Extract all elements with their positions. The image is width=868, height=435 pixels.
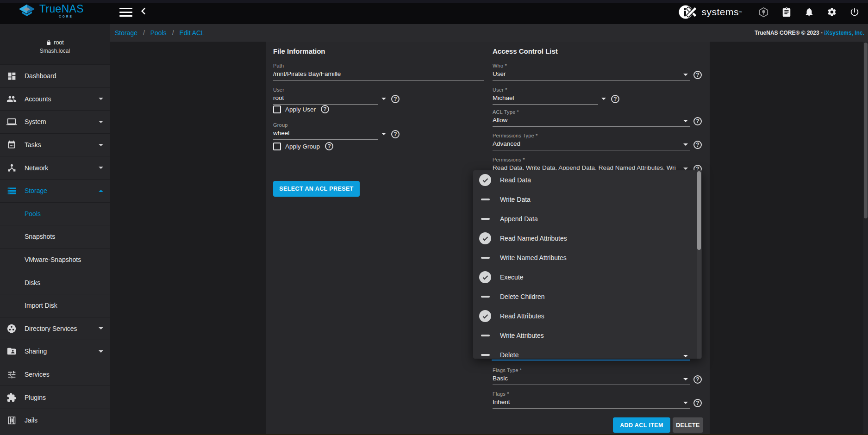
sidebar-item-label: Directory Services bbox=[25, 325, 77, 332]
permissions-option-read-data[interactable]: Read Data bbox=[473, 170, 702, 190]
clipboard-icon bbox=[781, 7, 792, 17]
sidebar-item-icon bbox=[6, 185, 17, 196]
sidebar-item-icon bbox=[6, 415, 17, 426]
permissions-option-read-attributes[interactable]: Read Attributes bbox=[473, 306, 702, 326]
breadcrumb-separator: / bbox=[172, 29, 174, 37]
sidebar-item-label: Import Disk bbox=[25, 302, 57, 309]
dropdown-scrollbar-thumb[interactable] bbox=[697, 171, 701, 250]
sidebar-item-dashboard[interactable]: Dashboard bbox=[0, 65, 110, 88]
apply-user-checkbox[interactable] bbox=[273, 106, 281, 113]
truenas-logo[interactable]: TrueNAS CORE bbox=[18, 4, 84, 19]
flags-select-field[interactable]: Flags * Inherit bbox=[493, 391, 690, 409]
truecommand-button[interactable] bbox=[758, 7, 769, 18]
ixsystems-link[interactable]: iXsystems, Inc. bbox=[824, 30, 864, 36]
permissions-option-label: Write Data bbox=[500, 196, 531, 203]
sidebar-item-directory-services[interactable]: Directory Services bbox=[0, 317, 110, 341]
permissions-option-write-attributes[interactable]: Write Attributes bbox=[473, 326, 702, 345]
user-select-field[interactable]: User root bbox=[273, 87, 378, 105]
truenas-app: TrueNAS CORE bbox=[0, 0, 868, 435]
breadcrumb-edit-acl[interactable]: Edit ACL bbox=[179, 29, 204, 37]
settings-button[interactable] bbox=[827, 7, 837, 17]
sidebar-item-services[interactable]: Services bbox=[0, 363, 110, 386]
sidebar-item-vmware-snapshots[interactable]: VMware-Snapshots bbox=[0, 249, 110, 272]
help-icon[interactable] bbox=[391, 130, 400, 138]
collapse-nav-button[interactable] bbox=[139, 6, 148, 17]
who-select-field[interactable]: Who * User bbox=[493, 63, 690, 81]
permissions-option-execute[interactable]: Execute bbox=[473, 267, 702, 287]
unchecked-dash-icon bbox=[481, 257, 490, 259]
sidebar-item-label: Plugins bbox=[25, 394, 46, 401]
help-icon[interactable] bbox=[321, 105, 329, 113]
ixsystems-logo-icon bbox=[678, 3, 700, 21]
breadcrumb: Storage / Pools / Edit ACL bbox=[115, 29, 205, 37]
sidebar-item-label: Snapshots bbox=[25, 233, 55, 240]
permissions-option-label: Append Data bbox=[500, 215, 538, 223]
menu-toggle-button[interactable] bbox=[119, 8, 132, 17]
path-field[interactable]: Path /mnt/Pirates Bay/Famille bbox=[273, 63, 484, 81]
permissions-option-label: Read Attributes bbox=[500, 312, 544, 320]
sidebar-item-disks[interactable]: Disks bbox=[0, 271, 110, 294]
breadcrumb-pools[interactable]: Pools bbox=[150, 29, 167, 37]
help-icon[interactable] bbox=[693, 141, 702, 149]
apply-group-checkbox[interactable] bbox=[273, 143, 281, 150]
dropdown-caret-icon bbox=[683, 74, 688, 76]
sidebar-item-import-disk[interactable]: Import Disk bbox=[0, 294, 110, 317]
select-acl-preset-button[interactable]: SELECT AN ACL PRESET bbox=[273, 181, 360, 197]
delete-button[interactable]: DELETE bbox=[673, 417, 703, 433]
acl-type-value: Allow bbox=[493, 115, 690, 126]
permissions-option-append-data[interactable]: Append Data bbox=[473, 209, 702, 229]
sidebar-item-pools[interactable]: Pools bbox=[0, 203, 110, 226]
sidebar-item-network[interactable]: Network bbox=[0, 156, 110, 180]
dropdown-caret-icon bbox=[381, 133, 386, 135]
sidebar-item-snapshots[interactable]: Snapshots bbox=[0, 225, 110, 249]
sidebar-item-plugins[interactable]: Plugins bbox=[0, 386, 110, 409]
page-scrollbar[interactable] bbox=[863, 42, 868, 435]
permissions-option-delete-children[interactable]: Delete Children bbox=[473, 287, 702, 306]
dropdown-caret-icon bbox=[683, 168, 688, 170]
dropdown-caret-icon bbox=[381, 98, 386, 100]
sidebar-item-label: Dashboard bbox=[25, 72, 56, 80]
acl-user-select-field[interactable]: User * Michael bbox=[493, 87, 598, 105]
sidebar-item-sharing[interactable]: Sharing bbox=[0, 340, 110, 363]
ixsystems-logo[interactable]: systems™ bbox=[678, 3, 742, 21]
sidebar-item-icon bbox=[6, 369, 17, 380]
help-icon[interactable] bbox=[391, 95, 400, 103]
permissions-option-read-named-attributes[interactable]: Read Named Attributes bbox=[473, 229, 702, 248]
sidebar-nav: Dashboard Accounts System Tas bbox=[0, 65, 110, 432]
task-manager-button[interactable] bbox=[781, 7, 792, 17]
sidebar-item-system[interactable]: System bbox=[0, 111, 110, 134]
flags-value: Inherit bbox=[493, 397, 690, 408]
permissions-option-write-data[interactable]: Write Data bbox=[473, 190, 702, 209]
sidebar-item-storage[interactable]: Storage bbox=[0, 180, 110, 203]
permissions-option-write-named-attributes[interactable]: Write Named Attributes bbox=[473, 248, 702, 267]
add-acl-item-button[interactable]: ADD ACL ITEM bbox=[613, 417, 670, 433]
help-icon[interactable] bbox=[693, 71, 702, 79]
sidebar-item-tasks[interactable]: Tasks bbox=[0, 134, 110, 157]
power-button[interactable] bbox=[849, 7, 860, 17]
help-icon[interactable] bbox=[693, 399, 702, 407]
sidebar-item-label: VMware-Snapshots bbox=[25, 256, 81, 263]
acl-type-select-field[interactable]: ACL Type * Allow bbox=[493, 109, 690, 127]
help-icon[interactable] bbox=[611, 95, 619, 103]
sidebar-item-icon bbox=[6, 139, 17, 150]
sidebar-item-accounts[interactable]: Accounts bbox=[0, 88, 110, 111]
sidebar-item-label: Sharing bbox=[25, 348, 47, 355]
sidebar-item-jails[interactable]: Jails bbox=[0, 409, 110, 432]
page-scrollbar-thumb[interactable] bbox=[864, 43, 868, 218]
breadcrumb-storage[interactable]: Storage bbox=[115, 29, 137, 37]
sidebar-item-icon bbox=[6, 70, 17, 81]
help-icon[interactable] bbox=[693, 375, 702, 384]
permissions-option-label: Write Attributes bbox=[500, 332, 544, 339]
help-icon[interactable] bbox=[693, 117, 702, 125]
permissions-type-select-field[interactable]: Permissions Type * Advanced bbox=[493, 133, 690, 150]
permissions-label: Permissions * bbox=[493, 157, 690, 162]
permissions-option-delete[interactable]: Delete bbox=[473, 345, 702, 359]
checked-circle-icon bbox=[479, 310, 491, 322]
top-header-bar: TrueNAS CORE bbox=[0, 0, 868, 24]
group-select-field[interactable]: Group wheel bbox=[273, 122, 378, 140]
help-icon[interactable] bbox=[325, 142, 333, 150]
permissions-option-label: Delete bbox=[500, 351, 518, 359]
unchecked-dash-icon bbox=[481, 335, 490, 336]
notifications-button[interactable] bbox=[804, 7, 814, 17]
flags-type-select-field[interactable]: Flags Type * Basic bbox=[493, 367, 690, 385]
